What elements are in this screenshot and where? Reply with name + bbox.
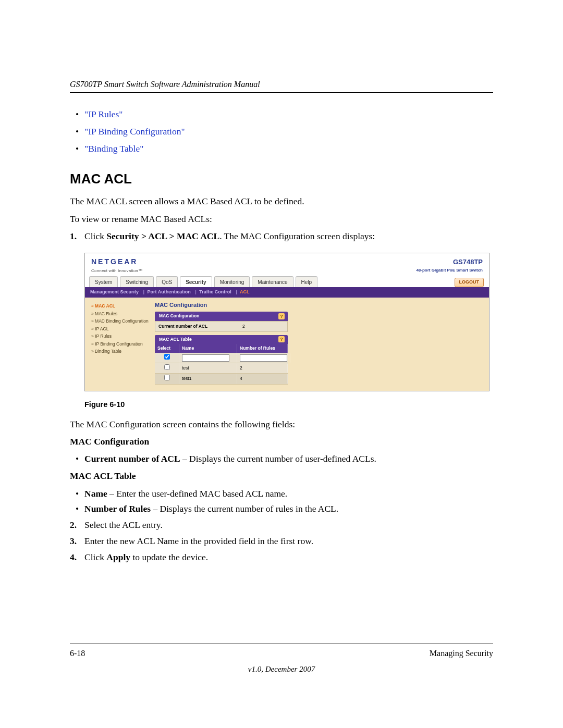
- fields-intro: The MAC Configuration screen contains th…: [70, 417, 493, 431]
- page-body: GS700TP Smart Switch Software Administra…: [70, 78, 493, 566]
- row-rules: 2: [237, 364, 288, 373]
- row-rules: 4: [237, 374, 288, 383]
- figure-wrapper: NETGEAR Connect with Innovation™ GS748TP…: [84, 253, 493, 391]
- step-4-prefix: Click: [84, 552, 106, 562]
- row-select[interactable]: [164, 375, 170, 380]
- sidebar-item-ip-rules[interactable]: » IP Rules: [89, 333, 151, 340]
- model-name: GS748TP: [416, 257, 483, 267]
- mac-acl-table-head: MAC ACL Table: [159, 336, 192, 343]
- field-current-acl-desc: – Displays the current number of user-de…: [180, 453, 376, 464]
- tab-help[interactable]: Help: [296, 276, 318, 288]
- step-2: 2. Select the ACL entry.: [70, 518, 493, 532]
- bullet: •: [70, 125, 84, 139]
- subnav-bar: Management Security | Port Authenticatio…: [85, 287, 489, 298]
- mac-config-fields: • Current number of ACL – Displays the c…: [70, 452, 493, 466]
- table-row: test1 4: [155, 374, 288, 384]
- footer-version: v1.0, December 2007: [70, 663, 493, 675]
- app-window: NETGEAR Connect with Innovation™ GS748TP…: [84, 253, 489, 391]
- intro-paragraph-1: The MAC ACL screen allows a MAC Based AC…: [70, 194, 493, 208]
- col-select: Select: [155, 344, 179, 353]
- running-head: GS700TP Smart Switch Software Administra…: [70, 78, 493, 91]
- bullet: •: [70, 452, 84, 466]
- step-4: 4. Click Apply to update the device.: [70, 550, 493, 564]
- subnav-acl[interactable]: ACL: [240, 289, 250, 294]
- help-icon[interactable]: ?: [278, 336, 285, 342]
- sidebar-item-mac-rules[interactable]: » MAC Rules: [89, 311, 151, 318]
- brand-name: NETGEAR: [91, 256, 142, 268]
- current-acl-label: Current number of ACL: [158, 323, 242, 330]
- subnav-traffic-control[interactable]: Traffic Control: [199, 289, 231, 294]
- subnav-port-authentication[interactable]: Port Authentication: [148, 289, 191, 294]
- model-block: GS748TP 48-port Gigabit PoE Smart Switch: [416, 257, 483, 274]
- section-title: MAC ACL: [70, 168, 493, 189]
- link-binding-table[interactable]: "Binding Table": [84, 143, 143, 154]
- table-header: Select Name Number of Rules: [155, 344, 288, 353]
- acl-rules-input[interactable]: [240, 354, 287, 362]
- row-select-new[interactable]: [164, 354, 170, 360]
- sidebar-item-ip-binding-config[interactable]: » IP Binding Configuration: [89, 341, 151, 348]
- tab-maintenance[interactable]: Maintenance: [252, 276, 293, 288]
- table-input-row: [155, 353, 288, 363]
- figure-caption: Figure 6-10: [84, 399, 493, 410]
- brand-tagline: Connect with Innovation™: [91, 268, 142, 274]
- tab-monitoring[interactable]: Monitoring: [214, 276, 250, 288]
- col-rules: Number of Rules: [237, 344, 288, 353]
- mac-acl-table-subhead: MAC ACL Table: [70, 469, 493, 483]
- link-ip-rules[interactable]: "IP Rules": [84, 109, 123, 119]
- main-panel: MAC Configuration MAC Configuration ? Cu…: [155, 301, 486, 387]
- sidebar: » MAC ACL » MAC Rules » MAC Binding Conf…: [88, 301, 151, 387]
- current-acl-value: 2: [242, 323, 284, 330]
- logout-button[interactable]: LOGOUT: [455, 278, 484, 287]
- model-desc: 48-port Gigabit PoE Smart Switch: [416, 267, 483, 274]
- cross-ref-list: • "IP Rules" • "IP Binding Configuration…: [70, 107, 493, 156]
- field-name-label: Name: [84, 488, 107, 499]
- step-3: 3. Enter the new ACL Name in the provide…: [70, 534, 493, 548]
- col-name: Name: [179, 344, 237, 353]
- table-row: test 2: [155, 363, 288, 374]
- sidebar-item-mac-binding-config[interactable]: » MAC Binding Configuration: [89, 318, 151, 325]
- work-area: » MAC ACL » MAC Rules » MAC Binding Conf…: [85, 298, 489, 390]
- tab-qos[interactable]: QoS: [156, 276, 178, 288]
- mac-config-panel: MAC Configuration ? Current number of AC…: [155, 312, 288, 331]
- step-2-text: Select the ACL entry.: [84, 518, 163, 532]
- footer-rule: [70, 644, 493, 644]
- footer-chapter: Managing Security: [430, 647, 493, 660]
- subnav-management-security[interactable]: Management Security: [90, 289, 139, 294]
- mac-config-subhead: MAC Configuration: [70, 435, 493, 449]
- row-select[interactable]: [164, 364, 170, 370]
- app-header: NETGEAR Connect with Innovation™ GS748TP…: [85, 253, 489, 276]
- step-1-suffix: . The MAC Configuration screen displays:: [219, 231, 375, 241]
- field-numrules-label: Number of Rules: [84, 503, 151, 514]
- help-icon[interactable]: ?: [278, 313, 285, 319]
- panel-title: MAC Configuration: [155, 301, 486, 310]
- step-4-suffix: to update the device.: [130, 552, 208, 562]
- acl-name-input[interactable]: [182, 354, 229, 362]
- footer-page: 6-18: [70, 647, 85, 660]
- sidebar-item-mac-acl[interactable]: » MAC ACL: [89, 303, 151, 310]
- intro-paragraph-2: To view or rename MAC Based ACLs:: [70, 212, 493, 226]
- row-name: test1: [179, 374, 237, 383]
- step-1-prefix: Click: [84, 231, 106, 241]
- bullet: •: [70, 502, 84, 516]
- field-current-acl-label: Current number of ACL: [84, 453, 180, 464]
- bullet: •: [70, 107, 84, 121]
- field-numrules-desc: – Displays the current number of rules i…: [151, 503, 338, 514]
- mac-acl-table-panel: MAC ACL Table ? Select Name Number of Ru…: [155, 335, 288, 385]
- step-1: 1. Click Security > ACL > MAC ACL. The M…: [70, 229, 493, 243]
- tab-system[interactable]: System: [89, 276, 118, 288]
- footer: 6-18 Managing Security v1.0, December 20…: [70, 644, 493, 675]
- bullet: •: [70, 487, 84, 501]
- sidebar-item-ip-acl[interactable]: » IP ACL: [89, 326, 151, 333]
- step-4-apply: Apply: [106, 552, 130, 562]
- link-ip-binding-config[interactable]: "IP Binding Configuration": [84, 126, 185, 137]
- mac-acl-table-fields: • Name – Enter the user-defined MAC base…: [70, 487, 493, 516]
- mac-config-head: MAC Configuration: [159, 313, 199, 319]
- tab-security[interactable]: Security: [180, 276, 212, 288]
- sidebar-item-binding-table[interactable]: » Binding Table: [89, 348, 151, 355]
- step-3-text: Enter the new ACL Name in the provided f…: [84, 534, 313, 548]
- tab-switching[interactable]: Switching: [120, 276, 154, 288]
- field-name-desc: – Enter the user-defined MAC based ACL n…: [107, 488, 288, 499]
- step-1-breadcrumb: Security > ACL > MAC ACL: [106, 231, 219, 241]
- tabs-row: System Switching QoS Security Monitoring…: [85, 276, 489, 288]
- row-name: test: [179, 364, 237, 373]
